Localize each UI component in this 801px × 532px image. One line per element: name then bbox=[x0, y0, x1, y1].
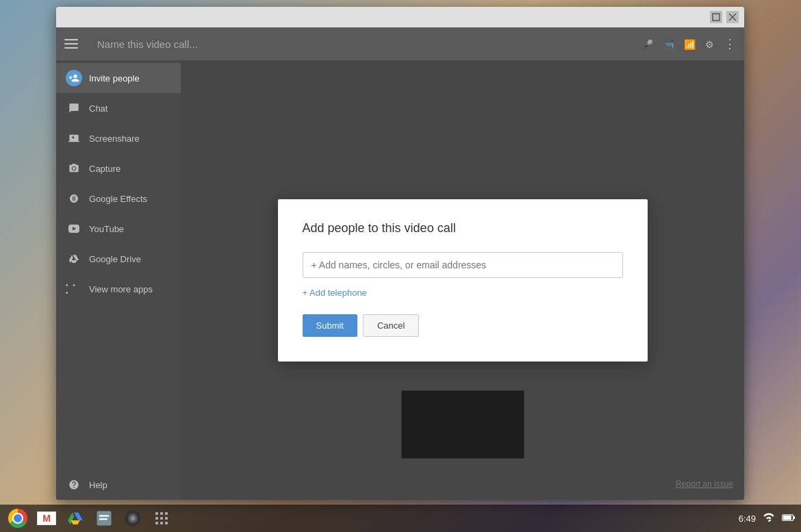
sidebar-item-chat-label: Chat bbox=[89, 103, 107, 114]
sidebar-item-invite[interactable]: Invite people bbox=[56, 63, 181, 93]
sidebar-item-capture-label: Capture bbox=[89, 164, 120, 174]
taskbar-apps-icon bbox=[153, 510, 170, 527]
sidebar-item-effects[interactable]: Google Effects bbox=[56, 183, 181, 214]
more-options-icon[interactable] bbox=[724, 36, 736, 51]
sidebar-item-youtube[interactable]: YouTube bbox=[56, 214, 181, 244]
settings-icon[interactable] bbox=[705, 37, 714, 51]
svg-rect-10 bbox=[155, 512, 158, 515]
taskbar-camera-icon bbox=[123, 509, 142, 528]
sidebar-item-more-apps[interactable]: • • • View more apps bbox=[56, 274, 181, 304]
svg-rect-21 bbox=[793, 516, 796, 519]
taskbar-drive[interactable] bbox=[63, 506, 88, 531]
svg-rect-22 bbox=[783, 516, 791, 520]
hamburger-line-1 bbox=[64, 39, 78, 40]
hamburger-line-2 bbox=[64, 43, 78, 45]
more-apps-icon: • • • bbox=[66, 281, 82, 297]
svg-point-3 bbox=[73, 167, 75, 170]
gmail-icon bbox=[37, 511, 56, 525]
sidebar-item-screenshare[interactable]: Screenshare bbox=[56, 123, 181, 153]
help-icon bbox=[66, 477, 82, 493]
content-area: Report an issue Add people to this video… bbox=[181, 60, 744, 500]
sidebar-item-capture[interactable]: Capture bbox=[56, 153, 181, 183]
sidebar-item-drive-label: Google Drive bbox=[89, 254, 141, 264]
svg-rect-12 bbox=[165, 512, 168, 515]
sidebar-item-chat[interactable]: Chat bbox=[56, 93, 181, 123]
screenshare-icon bbox=[66, 130, 82, 147]
chat-icon bbox=[66, 100, 82, 116]
sidebar-item-invite-label: Invite people bbox=[89, 73, 140, 84]
sidebar-item-screenshare-label: Screenshare bbox=[89, 134, 140, 144]
taskbar-camera[interactable] bbox=[120, 506, 145, 531]
sidebar-item-drive[interactable]: Google Drive bbox=[56, 244, 181, 274]
modal-overlay: Add people to this video call + Add tele… bbox=[181, 60, 744, 500]
modal-buttons: Submit Cancel bbox=[303, 314, 623, 337]
taskbar-time: 6:49 bbox=[739, 514, 756, 524]
sidebar-item-youtube-label: YouTube bbox=[89, 224, 124, 234]
sidebar-item-help[interactable]: Help bbox=[56, 470, 181, 500]
submit-button[interactable]: Submit bbox=[303, 314, 357, 337]
taskbar-drive-icon bbox=[66, 510, 85, 527]
chrome-icon bbox=[8, 509, 27, 528]
svg-rect-16 bbox=[155, 522, 158, 524]
svg-rect-15 bbox=[165, 517, 168, 520]
svg-rect-5 bbox=[99, 515, 109, 516]
sidebar-item-more-apps-label: View more apps bbox=[89, 284, 153, 294]
mic-icon[interactable] bbox=[641, 37, 653, 51]
svg-rect-13 bbox=[155, 517, 158, 520]
video-icon[interactable] bbox=[663, 37, 674, 51]
youtube-icon bbox=[66, 220, 82, 237]
modal-title: Add people to this video call bbox=[303, 221, 623, 236]
top-bar bbox=[56, 27, 744, 60]
add-telephone-link[interactable]: + Add telephone bbox=[303, 288, 367, 298]
svg-rect-14 bbox=[160, 517, 163, 520]
taskbar-chrome[interactable] bbox=[5, 506, 30, 531]
effects-icon bbox=[66, 190, 82, 207]
drive-icon bbox=[66, 251, 82, 267]
window-close-button[interactable] bbox=[726, 11, 739, 23]
menu-button[interactable] bbox=[64, 34, 85, 54]
svg-rect-11 bbox=[160, 512, 163, 515]
taskbar: 6:49 bbox=[0, 505, 801, 532]
capture-icon bbox=[66, 160, 82, 177]
svg-rect-0 bbox=[713, 14, 720, 21]
sidebar: Invite people Chat Screenshare Capture bbox=[56, 60, 181, 500]
sidebar-spacer bbox=[56, 304, 181, 470]
call-name-input[interactable] bbox=[92, 36, 635, 53]
hamburger-line-3 bbox=[64, 47, 78, 49]
taskbar-files[interactable] bbox=[92, 506, 116, 531]
main-area: Invite people Chat Screenshare Capture bbox=[56, 60, 744, 500]
sidebar-item-effects-label: Google Effects bbox=[89, 194, 147, 204]
svg-rect-17 bbox=[160, 522, 163, 524]
svg-point-9 bbox=[131, 516, 136, 521]
taskbar-apps[interactable] bbox=[149, 506, 174, 531]
app-window: Invite people Chat Screenshare Capture bbox=[56, 7, 744, 500]
window-maximize-button[interactable] bbox=[710, 11, 722, 23]
add-people-input[interactable] bbox=[303, 252, 623, 278]
svg-rect-6 bbox=[99, 518, 107, 520]
signal-icon[interactable] bbox=[684, 37, 696, 51]
top-bar-icons bbox=[641, 36, 736, 51]
taskbar-gmail[interactable] bbox=[34, 506, 59, 531]
taskbar-right: 6:49 bbox=[739, 512, 796, 524]
person-add-icon bbox=[66, 70, 82, 86]
window-titlebar bbox=[56, 7, 744, 27]
modal-dialog: Add people to this video call + Add tele… bbox=[278, 199, 648, 362]
wifi-icon bbox=[763, 512, 775, 524]
taskbar-files-icon bbox=[94, 509, 114, 528]
svg-rect-18 bbox=[165, 522, 168, 524]
battery-icon bbox=[782, 512, 796, 524]
sidebar-item-help-label: Help bbox=[89, 480, 107, 490]
cancel-button[interactable]: Cancel bbox=[363, 314, 419, 337]
